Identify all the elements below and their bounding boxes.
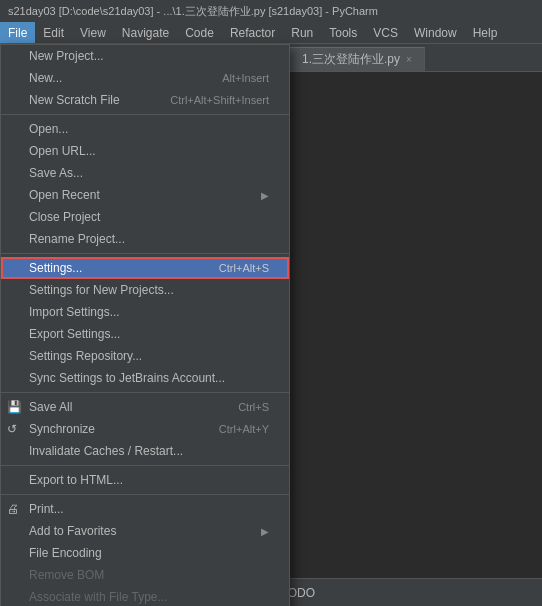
- menu-settings[interactable]: Settings... Ctrl+Alt+S: [1, 257, 289, 279]
- menu-tools[interactable]: Tools: [321, 22, 365, 43]
- menu-window[interactable]: Window: [406, 22, 465, 43]
- title-bar: s21day03 [D:\code\s21day03] - ...\1.三次登陆…: [0, 0, 542, 22]
- separator-3: [1, 392, 289, 393]
- menu-sync-settings[interactable]: Sync Settings to JetBrains Account...: [1, 367, 289, 389]
- menu-import-settings[interactable]: Import Settings...: [1, 301, 289, 323]
- menu-export-html[interactable]: Export to HTML...: [1, 469, 289, 491]
- tab-file[interactable]: 1.三次登陆作业.py ×: [290, 47, 425, 71]
- menu-bar: File Edit View Navigate Code Refactor Ru…: [0, 22, 542, 44]
- tab-bar: 1.三次登陆作业.py ×: [290, 44, 542, 72]
- tab-filename: 1.三次登陆作业.py: [302, 51, 400, 68]
- menu-close-project[interactable]: Close Project: [1, 206, 289, 228]
- menu-export-settings[interactable]: Export Settings...: [1, 323, 289, 345]
- menu-vcs[interactable]: VCS: [365, 22, 406, 43]
- separator-5: [1, 494, 289, 495]
- menu-rename-project[interactable]: Rename Project...: [1, 228, 289, 250]
- menu-save-all[interactable]: 💾 Save All Ctrl+S: [1, 396, 289, 418]
- menu-code[interactable]: Code: [177, 22, 222, 43]
- menu-new[interactable]: New... Alt+Insert: [1, 67, 289, 89]
- menu-file-encoding[interactable]: File Encoding: [1, 542, 289, 564]
- separator-4: [1, 465, 289, 466]
- menu-file[interactable]: File: [0, 22, 35, 43]
- separator-1: [1, 114, 289, 115]
- separator-2: [1, 253, 289, 254]
- open-recent-arrow: ▶: [261, 190, 269, 201]
- menu-edit[interactable]: Edit: [35, 22, 72, 43]
- title-text: s21day03 [D:\code\s21day03] - ...\1.三次登陆…: [8, 4, 378, 19]
- menu-associate-file-type: Associate with File Type...: [1, 586, 289, 606]
- menu-add-favorites[interactable]: Add to Favorites ▶: [1, 520, 289, 542]
- menu-new-project[interactable]: New Project...: [1, 45, 289, 67]
- menu-refactor[interactable]: Refactor: [222, 22, 283, 43]
- favorites-arrow: ▶: [261, 526, 269, 537]
- menu-view[interactable]: View: [72, 22, 114, 43]
- menu-settings-repository[interactable]: Settings Repository...: [1, 345, 289, 367]
- menu-synchronize[interactable]: ↺ Synchronize Ctrl+Alt+Y: [1, 418, 289, 440]
- menu-open[interactable]: Open...: [1, 118, 289, 140]
- menu-new-scratch-file[interactable]: New Scratch File Ctrl+Alt+Shift+Insert: [1, 89, 289, 111]
- menu-remove-bom: Remove BOM: [1, 564, 289, 586]
- menu-save-as[interactable]: Save As...: [1, 162, 289, 184]
- file-dropdown: New Project... New... Alt+Insert New Scr…: [0, 44, 290, 606]
- menu-help[interactable]: Help: [465, 22, 506, 43]
- save-all-icon: 💾: [7, 400, 22, 414]
- menu-print[interactable]: 🖨 Print...: [1, 498, 289, 520]
- menu-navigate[interactable]: Navigate: [114, 22, 177, 43]
- tab-close-button[interactable]: ×: [406, 54, 412, 65]
- menu-open-url[interactable]: Open URL...: [1, 140, 289, 162]
- menu-settings-new-projects[interactable]: Settings for New Projects...: [1, 279, 289, 301]
- print-icon: 🖨: [7, 502, 19, 516]
- editor-area: [290, 72, 542, 578]
- menu-run[interactable]: Run: [283, 22, 321, 43]
- menu-open-recent[interactable]: Open Recent ▶: [1, 184, 289, 206]
- file-menu: New Project... New... Alt+Insert New Scr…: [0, 44, 290, 606]
- menu-invalidate-caches[interactable]: Invalidate Caches / Restart...: [1, 440, 289, 462]
- sync-icon: ↺: [7, 422, 17, 436]
